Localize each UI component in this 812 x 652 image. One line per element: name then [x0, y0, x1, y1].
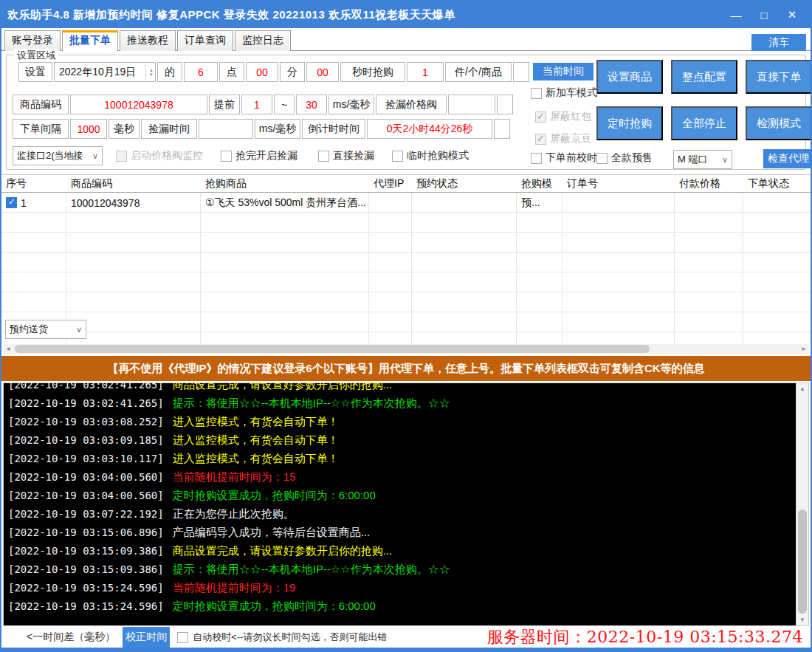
checkbox-checked-icon	[535, 134, 546, 145]
m-port-select[interactable]: M 端口 ∨	[673, 150, 732, 169]
log-line: [2022-10-19 03:07:22.192]正在为您停止此次抢购。	[8, 504, 794, 523]
orders-table: 序号 商品编码 抢购商品 代理IP 预约状态 抢购模 订单号 付款价格 下单状态…	[1, 174, 811, 344]
interval-field[interactable]: 1000	[70, 119, 107, 139]
tab-monitor-log[interactable]: 监控日志	[235, 30, 291, 51]
col-snap-mode: 抢购模	[517, 177, 562, 191]
monitor-port-value: 监接口2(当地接	[17, 149, 83, 162]
sku-label: 商品编码	[13, 95, 69, 114]
row3-extra-field[interactable]	[494, 119, 510, 139]
direct-order-button[interactable]: 直接下单	[746, 60, 812, 94]
direct-leak-checkbox[interactable]: 直接捡漏	[318, 149, 374, 162]
tab-push-tutorial[interactable]: 推送教程	[120, 30, 176, 51]
scroll-up-icon[interactable]: ▲	[796, 383, 808, 394]
horizontal-scrollbar[interactable]: ◄ ►	[3, 344, 809, 354]
notice-banner: 【再不使用《代理IP》的情况下建议登录6个以下账号】用代理下单，任意上号。批量下…	[1, 356, 811, 381]
checkbox-icon[interactable]	[318, 151, 329, 162]
of-label: 的	[157, 62, 182, 82]
checkbox-icon[interactable]	[531, 88, 542, 99]
auto-sync-checkbox[interactable]: 自动校时<--请勿议长时间勾选，否则可能出错	[177, 631, 387, 644]
col-sku: 商品编码	[66, 177, 201, 191]
scroll-down-icon[interactable]: ▼	[796, 614, 808, 625]
row1-extra-field[interactable]	[513, 62, 529, 82]
advance-to-field[interactable]: 30	[296, 95, 327, 114]
log-timestamp: [2022-10-19 03:03:09.185]	[8, 434, 164, 446]
date-spinner-arrows[interactable]: ▲ ▼	[145, 65, 154, 80]
stop-all-button[interactable]: 全部停止	[671, 106, 737, 140]
log-line: [2022-10-19 03:15:09.386]商品设置完成，请设置好参数开启…	[8, 541, 794, 560]
log-timestamp: [2022-10-19 03:07:22.192]	[8, 508, 164, 520]
delivery-mode-value: 预约送货	[10, 323, 48, 336]
log-timestamp: [2022-10-19 03:03:10.117]	[8, 453, 164, 464]
log-console: [2022-10-19 03:02:41.265]商品设置完成，请设置好参数开启…	[3, 382, 809, 626]
checkbox-icon[interactable]	[221, 151, 232, 162]
log-message: 定时抢购设置成功，抢购时间为：6:00:00	[173, 489, 376, 501]
checkbox-icon[interactable]	[392, 151, 403, 162]
advance-label: 提前	[209, 95, 240, 114]
log-timestamp: [2022-10-19 03:04:00.560]	[8, 471, 164, 483]
spinner-down-icon[interactable]: ▼	[149, 72, 154, 77]
tab-batch-order[interactable]: 批量下单	[62, 30, 118, 51]
window-title: 欢乐助手4.8 新增加预约时间 修复APPCK 登录失效 20221013 欢乐…	[7, 8, 455, 22]
log-message: 提示：将使用☆☆--本机本地IP--☆☆作为本次抢购。☆☆	[173, 397, 450, 409]
checkbox-icon[interactable]	[177, 632, 188, 643]
horizontal-scrollbar-thumb[interactable]	[15, 345, 650, 353]
buy-suffix-label: 秒时抢购	[340, 62, 405, 82]
sync-before-order-checkbox[interactable]: 下单前校时	[531, 151, 597, 165]
minimize-icon[interactable]: —	[723, 5, 749, 24]
log-vertical-scrollbar[interactable]: ▲ ▼	[796, 383, 808, 625]
full-presale-checkbox[interactable]: 全款预售	[596, 151, 653, 165]
checkbox-icon[interactable]	[531, 153, 542, 164]
check-proxy-button[interactable]: 检查代理	[763, 149, 812, 168]
row-sku: 100012043978	[66, 197, 201, 209]
sku-field[interactable]: 100012043978	[70, 95, 207, 114]
minute-field[interactable]: 00	[246, 62, 278, 82]
log-timestamp: [2022-10-19 03:15:09.386]	[8, 563, 164, 575]
settings-group-title: 设置区域	[14, 49, 58, 62]
checkbox-icon[interactable]	[596, 153, 608, 164]
tab-account-login[interactable]: 账号登录	[4, 30, 61, 51]
log-timestamp: [2022-10-19 03:15:06.896]	[8, 526, 164, 538]
date-spinner[interactable]: 2022年10月19日 ▲ ▼	[54, 62, 156, 82]
price-valve-field[interactable]	[448, 95, 495, 114]
detect-mode-button[interactable]: 检测模式	[746, 106, 812, 140]
table-row[interactable]: 1 100012043978 ①飞天 53%vol 500ml 贵州茅台酒...…	[1, 193, 811, 213]
quantity-field[interactable]: 1	[407, 62, 444, 82]
settings-right-panel: 当前时间 新加车模式 屏蔽红包 屏蔽京豆 设置商品 整点配置 直接下单 定时抢购…	[529, 55, 812, 169]
temp-snap-mode-checkbox[interactable]: 临时抢购模式	[392, 149, 469, 162]
current-time-button[interactable]: 当前时间	[533, 63, 593, 80]
log-line: [2022-10-19 03:04:00.560]定时抢购设置成功，抢购时间为：…	[8, 486, 794, 504]
hour-field[interactable]: 6	[184, 62, 218, 82]
timed-snap-button[interactable]: 定时抢购	[596, 106, 663, 140]
col-reserve-status: 预约状态	[412, 177, 517, 191]
block-jd-bean-checkbox: 屏蔽京豆	[535, 132, 591, 145]
bottom-bar: <一时间差（毫秒） 校正时间 自动校时<--请勿议长时间勾选，否则可能出错 服务…	[1, 626, 811, 648]
second-field[interactable]: 00	[306, 62, 339, 82]
row2-extra-field[interactable]	[497, 95, 513, 114]
settings-group: 设置区域 设置 2022年10月19日 ▲ ▼ 的 6 点 00 分 00 秒时…	[6, 55, 806, 170]
calibrate-time-button[interactable]: 校正时间	[123, 627, 170, 648]
price-valve-label: 捡漏价格阀	[376, 95, 447, 114]
advance-from-field[interactable]: 1	[241, 95, 272, 114]
log-line: [2022-10-19 03:15:09.386]提示：将使用☆☆--本机本地I…	[8, 560, 794, 578]
clear-cart-button[interactable]: 清车	[751, 34, 806, 51]
maximize-icon[interactable]: □	[751, 5, 777, 24]
log-scrollbar-thumb[interactable]	[798, 509, 807, 614]
hourly-config-button[interactable]: 整点配置	[671, 60, 737, 94]
leak-time-field[interactable]	[199, 119, 253, 139]
tab-order-query[interactable]: 订单查询	[177, 30, 233, 51]
table-gridlines	[1, 193, 811, 344]
delivery-mode-select[interactable]: 预约送货 ∨	[5, 320, 86, 339]
set-product-button[interactable]: 设置商品	[596, 60, 663, 94]
row-checkbox-checked-icon[interactable]	[6, 197, 17, 208]
leak-after-buy-checkbox[interactable]: 抢完开启捡漏	[221, 149, 297, 162]
monitor-port-select[interactable]: 监接口2(当地接 ∨	[13, 146, 103, 165]
close-icon[interactable]: ✕	[780, 5, 805, 24]
log-timestamp: [2022-10-19 03:02:41.265]	[8, 397, 164, 409]
new-cart-mode-checkbox[interactable]: 新加车模式	[531, 86, 597, 100]
log-line: [2022-10-19 03:15:24.596]定时抢购设置成功，抢购时间为：…	[8, 597, 794, 615]
log-timestamp: [2022-10-19 03:04:00.560]	[8, 490, 164, 501]
checkbox-icon	[116, 151, 127, 162]
scroll-right-icon[interactable]: ►	[799, 346, 809, 352]
scroll-left-icon[interactable]: ◄	[3, 346, 13, 352]
chevron-down-icon: ∨	[722, 155, 728, 165]
